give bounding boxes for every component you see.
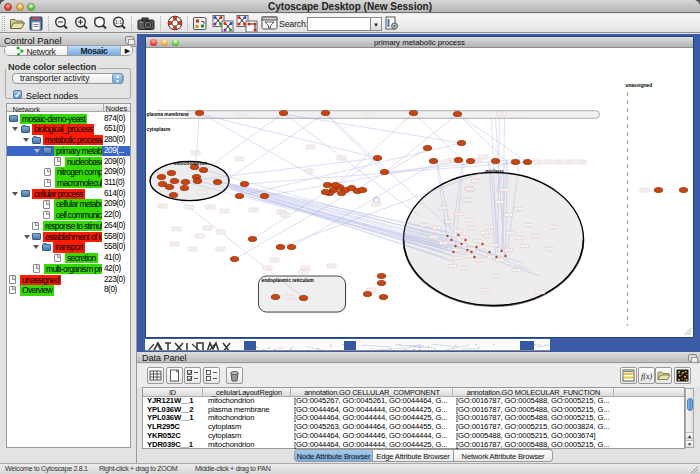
svg-text:mitochondrion: mitochondrion (174, 160, 208, 165)
svg-text:endoplasmic reticulum: endoplasmic reticulum (262, 278, 314, 283)
svg-text:nucleus: nucleus (486, 168, 504, 173)
svg-text:unassigned: unassigned (626, 83, 653, 88)
svg-text:f(x): f(x) (641, 372, 652, 381)
svg-text:1:1: 1:1 (115, 19, 122, 25)
svg-text:plasma membrane: plasma membrane (147, 111, 189, 116)
svg-text:cytoplasm: cytoplasm (147, 126, 171, 131)
